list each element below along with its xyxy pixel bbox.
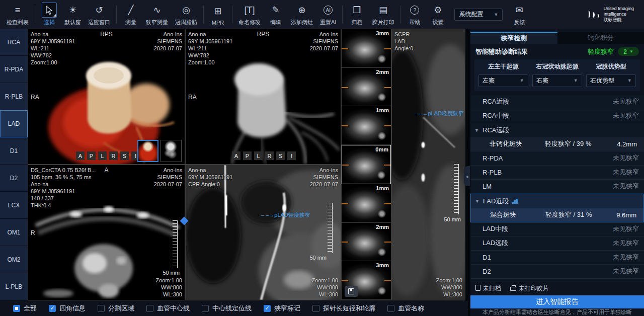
origin-dropdown[interactable]: 右优势型▼ [586, 74, 635, 87]
orientation-button-l[interactable]: L [254, 151, 263, 160]
origin-value: 左窦 [482, 76, 495, 85]
save-snapshot-button[interactable] [345, 286, 358, 297]
segment-row-R-PLB[interactable]: R-PLB未见狭窄 [470, 166, 644, 180]
thumbnail-heart-preset[interactable] [137, 140, 158, 162]
display-option-分割区域[interactable]: 分割区域 [98, 304, 134, 313]
orientation-button-a[interactable]: A [76, 151, 85, 160]
segment-row-LM[interactable]: LM未见狭窄 [470, 180, 644, 194]
ruler-label: 50 mm [444, 216, 461, 222]
orientation-button-s[interactable]: S [120, 151, 129, 160]
checkbox[interactable] [146, 305, 153, 312]
toolbar-button-edit[interactable]: ✎编辑 [264, 0, 287, 29]
checkbox[interactable] [387, 305, 394, 312]
orientation-button-r[interactable]: R [265, 151, 274, 160]
toolbar-button-add-lesion[interactable]: ⊕添加病灶 [287, 0, 316, 29]
panel-cpr[interactable]: Ano-na69Y M J05961191CPR Angle:0 Ano-ins… [185, 165, 341, 300]
display-option-探针长短径和轮廓[interactable]: 探针长短径和轮廓 [312, 304, 375, 313]
system-config-select[interactable]: 系统配置▼ [454, 9, 503, 21]
segment-row-D1[interactable]: D1未见狭窄 [470, 251, 644, 265]
panel-straightened-cpr[interactable]: SCPRLADAngle:0 – –→pLAD轻度狭窄 50 mm Zoom:1… [391, 29, 465, 300]
toolbar-button-reset-ai[interactable]: AI重置AI [316, 0, 340, 29]
orientation-button-l[interactable]: L [98, 151, 107, 160]
lumen-slice-0[interactable]: 3mm [342, 29, 391, 68]
lumen-slice-4[interactable]: 1mm [342, 184, 391, 223]
sidebar-item-r-plb[interactable]: R-PLB [0, 83, 28, 110]
orientation-button-a[interactable]: A [232, 151, 240, 160]
display-option-血管中心线[interactable]: 血管中心线 [146, 304, 190, 313]
sidebar-item-d1[interactable]: D1 [0, 137, 28, 165]
checkbox[interactable] [312, 305, 319, 312]
tab-stenosis-detection[interactable]: 狭窄检测 [470, 32, 557, 44]
segment-row-RCA中段[interactable]: RCA中段未见狭窄 [470, 109, 644, 123]
toolbar-button-film-print[interactable]: ▤胶片打印 [368, 0, 397, 29]
toolbar-button-exam-list[interactable]: ≡检查列表 [3, 0, 32, 29]
toolbar-button-rename[interactable]: [T]命名修改 [235, 0, 264, 29]
sidebar-item-rca[interactable]: RCA [0, 29, 28, 56]
sidebar-item-d2[interactable]: D2 [0, 165, 28, 192]
toolbar-button-mpr[interactable]: ⊞MPR [206, 0, 229, 29]
lumen-slice-2[interactable]: 1mm [342, 106, 391, 145]
display-option-狭窄标记[interactable]: ✓狭窄标记 [264, 304, 300, 313]
toolbar-button-select[interactable]: 选择 [38, 0, 61, 29]
toolbar-button-archive[interactable]: ❐归档 [345, 0, 368, 29]
display-option-全部[interactable]: 全部 [13, 304, 37, 313]
segment-row-LAD近段[interactable]: ▼LAD近段 [471, 194, 643, 208]
checkbox[interactable]: ✓ [264, 305, 271, 312]
severity-count-badge[interactable]: 2 ▼ [618, 47, 639, 56]
enter-report-button[interactable]: 进入智能报告 [470, 295, 644, 308]
display-option-四角信息[interactable]: ✓四角信息 [49, 304, 86, 313]
checkbox[interactable] [202, 305, 209, 312]
display-option-中心线定位线[interactable]: 中心线定位线 [202, 304, 252, 313]
toolbar-button-default-window[interactable]: ☀默认窗 [61, 0, 85, 29]
sidebar-item-lad[interactable]: LAD [0, 110, 28, 137]
orientation-button-i[interactable]: I [287, 151, 296, 160]
origin-dropdown[interactable]: 左窦▼ [478, 74, 528, 87]
print-status: 未打印胶片 [510, 284, 549, 293]
panel-collapse-handle[interactable]: ◂ [464, 166, 470, 186]
origin-label: 右冠状动脉起源 [536, 62, 579, 71]
sidebar-item-om1[interactable]: OM1 [0, 219, 28, 246]
orientation-button-s[interactable]: S [276, 151, 285, 160]
toolbar-button-feedback[interactable]: ✉反馈 [508, 0, 531, 29]
lumen-slice-1[interactable]: 2mm [342, 68, 391, 107]
segment-row-RCA远段[interactable]: ▼RCA远段 [470, 123, 644, 137]
toolbar-button-pericoronary-fat[interactable]: ◎冠周脂肪 [172, 0, 201, 29]
toolbar-button-stenosis-measure[interactable]: ∿狭窄测量 [142, 0, 172, 29]
toolbar-button-help[interactable]: ?帮助 [403, 0, 426, 29]
panel-axial-ct[interactable]: DS_CorCTA 0.75 B26f B...105 bpm, 36 % S,… [28, 165, 185, 300]
orientation-button-p[interactable]: P [87, 151, 96, 160]
orientation-button-r[interactable]: R [109, 151, 118, 160]
checkbox[interactable]: ✓ [49, 305, 56, 312]
segment-row-LAD中段[interactable]: LAD中段未见狭窄 [470, 222, 644, 236]
lumen-slice-5[interactable]: 2mm [342, 223, 391, 262]
sidebar-item-lcx[interactable]: LCX [0, 192, 28, 219]
toolbar-button-measure[interactable]: ╱测量 [119, 0, 142, 29]
thumbnail-vessel-tree-preset[interactable] [160, 140, 182, 162]
segment-row-D2[interactable]: D2未见狭窄 [470, 265, 644, 279]
sidebar-item-l-plb[interactable]: L-PLB [0, 273, 28, 300]
checkbox[interactable] [98, 305, 105, 312]
panel-vr-vessels[interactable]: Ano-na69Y M J05961191WL:211WW:782Zoom:1.… [185, 29, 341, 165]
segment-row-LAD远段[interactable]: LAD远段未见狭窄 [470, 236, 644, 251]
brightness-icon: ☀ [65, 3, 80, 18]
display-option-血管名称[interactable]: 血管名称 [387, 304, 424, 313]
sidebar-item-r-pda[interactable]: R-PDA [0, 56, 28, 83]
segment-row-RCA近段[interactable]: RCA近段未见狭窄 [470, 95, 644, 109]
diagnosis-title: 智能辅助诊断结果 [475, 47, 528, 56]
finding-row[interactable]: 非钙化斑块轻度狭窄 / 39 %4.2mm [470, 137, 644, 151]
lumen-slice-3[interactable]: 0mm [342, 145, 391, 184]
orientation-button-p[interactable]: P [243, 151, 252, 160]
panel-vr-heart[interactable]: Ano-na69Y M J05961191WL:211WW:782Zoom:1.… [28, 29, 185, 165]
finding-row[interactable]: 混合斑块轻度狭窄 / 31 %9.6mm [471, 208, 643, 222]
overlay-line: Ano-na [188, 167, 232, 174]
toolbar-button-fit-window[interactable]: ↺适应窗口 [85, 0, 114, 29]
reset-rotate-icon: ↺ [92, 3, 107, 18]
window-info: Zoom:1.00WW:800WL:300 [155, 277, 182, 298]
segment-row-R-PDA[interactable]: R-PDA未见狭窄 [470, 151, 644, 166]
tab-calcium-score[interactable]: 钙化积分 [557, 32, 644, 44]
sidebar-item-om2[interactable]: OM2 [0, 246, 28, 273]
segment-row-LCX近段[interactable]: LCX近段 [470, 279, 644, 282]
toolbar-button-settings[interactable]: ⚙设置 [426, 0, 449, 29]
origin-dropdown[interactable]: 右窦▼ [532, 74, 582, 87]
checkbox[interactable] [13, 305, 20, 312]
